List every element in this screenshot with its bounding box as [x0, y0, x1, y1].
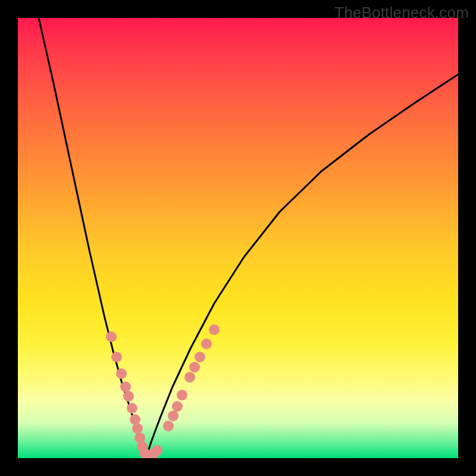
data-dot [184, 372, 195, 383]
data-dot [123, 391, 134, 402]
watermark-text: TheBottleneck.com [334, 4, 469, 22]
chart-svg [18, 18, 458, 458]
data-dot [195, 352, 205, 362]
data-dot [163, 421, 174, 431]
data-dot [168, 411, 178, 421]
data-dot [106, 331, 117, 342]
data-dot [111, 352, 122, 362]
data-dot [132, 423, 143, 434]
data-dot [177, 390, 187, 400]
data-dot [120, 381, 131, 392]
data-dot [116, 368, 127, 379]
data-dot [209, 324, 220, 335]
data-dot [201, 339, 212, 349]
data-dot [127, 403, 137, 414]
plot-area [18, 18, 458, 458]
curves-group [39, 18, 458, 458]
chart-frame: TheBottleneck.com [0, 0, 476, 476]
data-dot [189, 362, 200, 372]
data-dot [172, 401, 183, 412]
data-dot [152, 445, 162, 456]
curve-right [146, 74, 458, 458]
dots-group [106, 324, 220, 458]
